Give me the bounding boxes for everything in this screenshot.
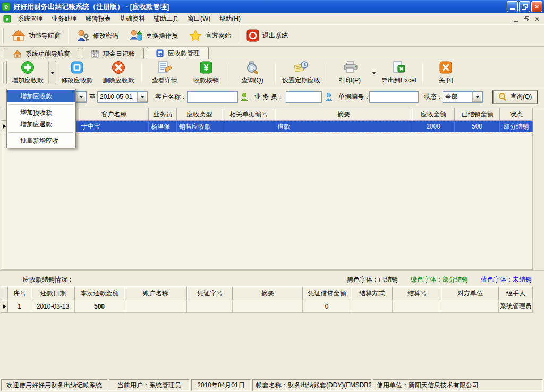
column-header-seq[interactable]: 序号: [8, 286, 31, 300]
filter-query-button[interactable]: 查询(Q): [492, 90, 538, 104]
print-button[interactable]: 打印(P): [329, 61, 371, 84]
status-label: 状态：: [424, 86, 443, 107]
combo-arrow-icon[interactable]: [138, 92, 147, 101]
column-header-settled[interactable]: 已结销金额: [455, 108, 500, 121]
query-button[interactable]: 查询(Q): [232, 61, 273, 84]
column-header-amount[interactable]: 应收金额: [412, 108, 455, 121]
tab-cash-journal[interactable]: 21 现金日记账: [82, 48, 144, 59]
cell-seq: 1: [8, 300, 31, 313]
table-row[interactable]: 1 2010-03-13 500 0 系统管理员: [1, 300, 533, 313]
title-bar: e 好好用财务出纳记账系统（注册版） - [应收款管理] ✕: [0, 0, 544, 13]
menu-item-add-receivable[interactable]: 增加应收款: [7, 90, 75, 102]
column-header-settle-no[interactable]: 结算号: [393, 286, 441, 300]
restore-button[interactable]: [519, 1, 530, 12]
minimize-button[interactable]: [507, 1, 518, 12]
set-recurring-button[interactable]: 设置定期应收: [278, 61, 325, 84]
column-header-doc-no[interactable]: 相关单据编号: [222, 108, 275, 121]
status-account-set: 帐套名称：财务出纳账套(DDY)(FMSDB20: [252, 379, 371, 391]
menu-system[interactable]: 系统管理: [13, 13, 47, 24]
menu-help[interactable]: 帮助(H): [215, 13, 245, 24]
column-header-type[interactable]: 应收类型: [177, 108, 222, 121]
add-receivable-split-button: 增加应收款: [6, 61, 56, 84]
edit-receivable-button[interactable]: 修改应收款: [56, 61, 98, 84]
customer-input[interactable]: [187, 91, 238, 103]
menu-item-add-refund[interactable]: 增加应退款: [7, 118, 75, 130]
cell-repay-amount: 500: [75, 300, 124, 313]
doc-no-input[interactable]: [369, 91, 419, 103]
column-header-voucher-no[interactable]: 凭证字号: [187, 286, 233, 300]
legend-green: 绿色字体：部分结销: [411, 275, 468, 284]
combo-arrow-icon[interactable]: [473, 92, 482, 101]
column-header-voucher-amount[interactable]: 凭证借贷金额: [303, 286, 351, 300]
change-password-button[interactable]: 修改密码: [71, 27, 124, 44]
column-header-repay-amount[interactable]: 本次还款金额: [75, 286, 124, 300]
column-header-handler[interactable]: 经手人: [499, 286, 533, 300]
receipt-writeoff-button[interactable]: ¥ 收款核销: [185, 61, 227, 84]
cell-salesman: 杨泽保: [149, 121, 177, 132]
menu-item-batch-add[interactable]: 批量新增应收: [7, 135, 75, 147]
delete-receivable-button[interactable]: 删除应收款: [98, 61, 139, 84]
child-minimize-button[interactable]: [511, 15, 521, 23]
detail-doc-icon: [157, 61, 172, 74]
cell-account: [124, 300, 187, 313]
svg-text:e: e: [4, 3, 8, 11]
view-detail-button[interactable]: 查看详情: [144, 61, 185, 84]
menu-basedata[interactable]: 基础资料: [115, 13, 149, 24]
separator: [275, 62, 276, 83]
table-row[interactable]: 于中宝 杨泽保 销售应收款 借款 2000 500 部分结销: [1, 121, 533, 132]
menu-window[interactable]: 窗口(W): [183, 13, 215, 24]
print-dropdown-arrow[interactable]: [371, 61, 377, 84]
date-to-value: 2010-05-01: [98, 92, 137, 102]
exit-system-button[interactable]: 退出系统: [241, 27, 293, 44]
legend-blue: 蓝色字体：未结销: [481, 275, 532, 284]
add-receivable-button[interactable]: 增加应收款: [7, 61, 48, 84]
column-header-salesman[interactable]: 业务员: [149, 108, 177, 121]
close-button[interactable]: ✕: [531, 1, 542, 12]
close-view-button[interactable]: 关 闭: [425, 61, 466, 84]
column-header-status[interactable]: 状态: [500, 108, 533, 121]
customer-person-icon[interactable]: [240, 86, 249, 107]
child-restore-button[interactable]: [522, 15, 531, 23]
window-title: 好好用财务出纳记账系统（注册版） - [应收款管理]: [13, 2, 506, 12]
combo-arrow-icon[interactable]: [76, 92, 86, 101]
column-header-repay-date[interactable]: 还款日期: [31, 286, 75, 300]
column-header-summary2[interactable]: 摘要: [233, 286, 303, 300]
column-header-summary[interactable]: 摘要: [275, 108, 412, 121]
column-header-counterparty[interactable]: 对方单位: [441, 286, 499, 300]
settlement-section-label: 应收款结销情况：: [23, 275, 74, 284]
date-to-combo[interactable]: 2010-05-01: [97, 86, 148, 107]
app-icon: e: [2, 2, 11, 11]
status-bar: 欢迎使用好好用财务出纳记帐系统 当前用户：系统管理员 2010年04月01日 帐…: [0, 378, 544, 392]
column-header-settle-method[interactable]: 结算方式: [351, 286, 393, 300]
tab-nav-window[interactable]: 系统功能导航窗: [4, 48, 79, 59]
svg-text:e: e: [6, 16, 9, 22]
row-indicator-arrow-icon: [1, 300, 8, 313]
export-excel-button[interactable]: 导出到Excel: [377, 61, 420, 84]
nav-window-button[interactable]: 功能导航窗: [6, 27, 66, 44]
column-header-account[interactable]: 账户名称: [124, 286, 187, 300]
cell-handler: 系统管理员: [499, 300, 533, 313]
customer-label: 客户名称：: [155, 86, 187, 107]
column-header-customer[interactable]: 客户名称: [79, 108, 149, 121]
status-combo[interactable]: 全部: [443, 86, 483, 107]
cell-settled: 500: [455, 121, 500, 132]
menu-reports[interactable]: 账簿报表: [81, 13, 115, 24]
add-receivable-dropdown-arrow[interactable]: [48, 61, 56, 84]
detail-grid-header: 序号 还款日期 本次还款金额 账户名称 凭证字号 摘要 凭证借贷金额 结算方式 …: [1, 286, 533, 300]
salesman-input[interactable]: [286, 91, 322, 103]
add-plus-icon: [21, 61, 35, 74]
switch-operator-button[interactable]: 更换操作员: [124, 27, 183, 44]
status-welcome: 欢迎使用好好用财务出纳记帐系统: [1, 379, 107, 391]
printer-icon: [342, 61, 358, 74]
child-close-button[interactable]: ✕: [532, 15, 542, 23]
official-website-button[interactable]: 官方网站: [183, 27, 236, 44]
salesman-person-icon[interactable]: [325, 86, 333, 107]
menu-tools[interactable]: 辅助工具: [149, 13, 183, 24]
menu-item-add-prepayment[interactable]: 增加预收款: [7, 107, 75, 118]
cell-counterparty: [441, 300, 499, 313]
calculator-icon: [156, 49, 164, 57]
menu-business[interactable]: 业务处理: [47, 13, 81, 24]
cell-summary2: [233, 300, 303, 313]
tab-receivables[interactable]: 应收款管理: [147, 47, 209, 59]
svg-text:21: 21: [93, 53, 97, 57]
